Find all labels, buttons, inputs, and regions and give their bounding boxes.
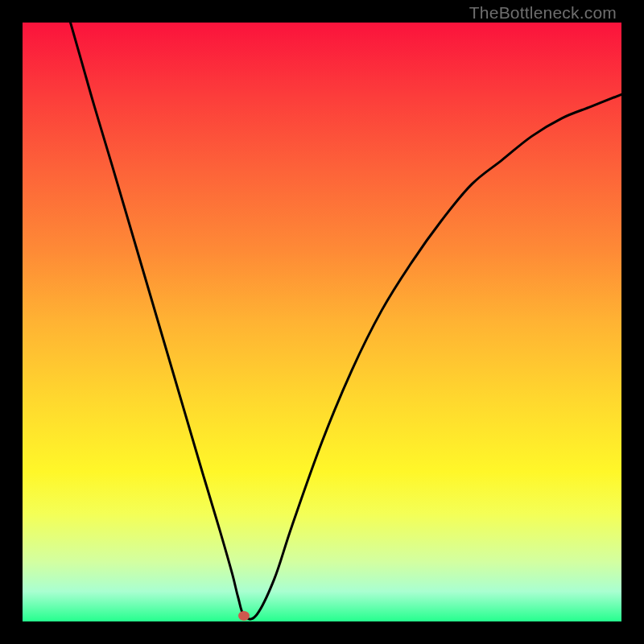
- watermark-text: TheBottleneck.com: [469, 3, 617, 23]
- plot-area: [23, 23, 621, 621]
- bottleneck-curve: [23, 23, 621, 621]
- optimal-point-marker: [238, 611, 250, 621]
